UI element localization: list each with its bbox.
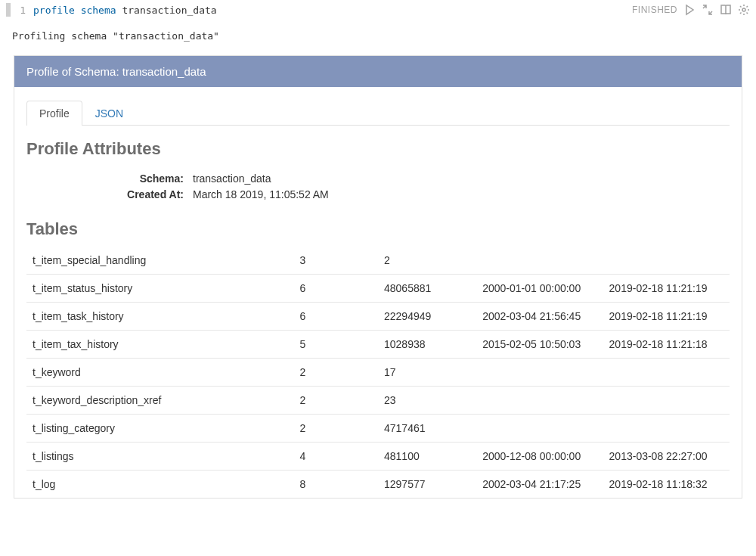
table-cell: 2019-02-18 11:18:32 [603,471,730,499]
table-cell: 4717461 [378,415,476,443]
section-profile-attributes: Profile Attributes [26,139,730,159]
attr-schema-row: Schema: transaction_data [102,171,730,187]
table-cell: 2002-03-04 21:17:25 [476,471,603,499]
table-cell: 1297577 [378,471,476,499]
table-row: t_item_tax_history510289382015-02-05 10:… [26,331,730,359]
tab-json[interactable]: JSON [82,101,136,126]
keyword-schema: schema [81,5,116,16]
table-row: t_listings44811002000-12-08 00:00:002013… [26,443,730,471]
table-cell [476,359,603,387]
table-row: t_item_special_handling32 [26,251,730,275]
run-icon[interactable] [683,4,696,16]
svg-marker-0 [686,5,693,14]
book-icon[interactable] [720,4,732,16]
panel-body: Profile JSON Profile Attributes Schema: … [14,87,742,498]
table-cell: 8 [293,471,378,499]
panel-title: Profile of Schema: transaction_data [14,56,742,87]
table-cell: 5 [293,331,378,359]
table-row: t_keyword_description_xref223 [26,387,730,415]
table-cell [476,387,603,415]
table-cell: 2019-02-18 11:21:19 [603,275,730,303]
table-cell: 2 [293,387,378,415]
keyword-profile: profile [33,5,75,16]
table-cell: t_item_status_history [26,275,293,303]
attr-schema-label: Schema: [102,171,193,187]
paragraph-toolbar: FINISHED [632,4,750,16]
table-cell: t_log [26,471,293,499]
table-cell: t_keyword_description_xref [26,387,293,415]
table-row: t_keyword217 [26,359,730,387]
table-cell: 2013-03-08 22:27:00 [603,443,730,471]
table-cell: t_item_task_history [26,303,293,331]
table-cell [476,415,603,443]
section-tables: Tables [26,219,730,239]
table-cell [603,415,730,443]
attr-schema-value: transaction_data [193,171,271,187]
table-cell: 1028938 [378,331,476,359]
table-cell: 2 [293,359,378,387]
status-badge: FINISHED [632,5,677,15]
output-message: Profiling schema "transaction_data" [0,20,756,55]
table-row: t_item_status_history6480658812000-01-01… [26,275,730,303]
table-cell [603,251,730,275]
table-cell: t_listings [26,443,293,471]
line-number: 1 [17,5,26,16]
table-cell: 481100 [378,443,476,471]
table-cell: 6 [293,303,378,331]
table-cell: 6 [293,275,378,303]
result-panel: Profile of Schema: transaction_data Prof… [14,55,742,499]
table-cell: 2015-02-05 10:50:03 [476,331,603,359]
table-cell: t_keyword [26,359,293,387]
table-cell: 2000-12-08 00:00:00 [476,443,603,471]
attr-created-row: Created At: March 18 2019, 11:05:52 AM [102,187,730,203]
table-cell: 48065881 [378,275,476,303]
code-identifier: transaction_data [122,5,216,16]
gear-icon[interactable] [738,4,750,16]
table-row: t_listing_category24717461 [26,415,730,443]
table-cell: 22294949 [378,303,476,331]
table-cell [603,359,730,387]
table-cell: t_listing_category [26,415,293,443]
table-cell: 4 [293,443,378,471]
attribute-list: Schema: transaction_data Created At: Mar… [102,171,730,203]
code-content[interactable]: profile schema transaction_data [33,5,632,16]
code-editor-line[interactable]: 1 profile schema transaction_data FINISH… [0,0,756,20]
table-cell: 2019-02-18 11:21:19 [603,303,730,331]
table-cell [603,387,730,415]
table-cell: t_item_special_handling [26,251,293,275]
table-row: t_log812975772002-03-04 21:17:252019-02-… [26,471,730,499]
table-cell: 2019-02-18 11:21:18 [603,331,730,359]
table-cell: 2 [293,415,378,443]
table-row: t_item_task_history6222949492002-03-04 2… [26,303,730,331]
collapse-icon[interactable] [702,4,714,16]
tab-bar: Profile JSON [26,101,730,126]
svg-point-1 [742,8,745,11]
tables-list: t_item_special_handling32t_item_status_h… [26,251,730,498]
table-cell: 2000-01-01 00:00:00 [476,275,603,303]
table-cell: 3 [293,251,378,275]
attr-created-label: Created At: [102,187,193,203]
table-cell: 23 [378,387,476,415]
attr-created-value: March 18 2019, 11:05:52 AM [193,187,329,203]
editor-gutter [6,3,11,17]
table-cell: t_item_tax_history [26,331,293,359]
table-cell: 2002-03-04 21:56:45 [476,303,603,331]
table-cell [476,251,603,275]
table-cell: 17 [378,359,476,387]
tab-profile[interactable]: Profile [26,101,82,126]
table-cell: 2 [378,251,476,275]
